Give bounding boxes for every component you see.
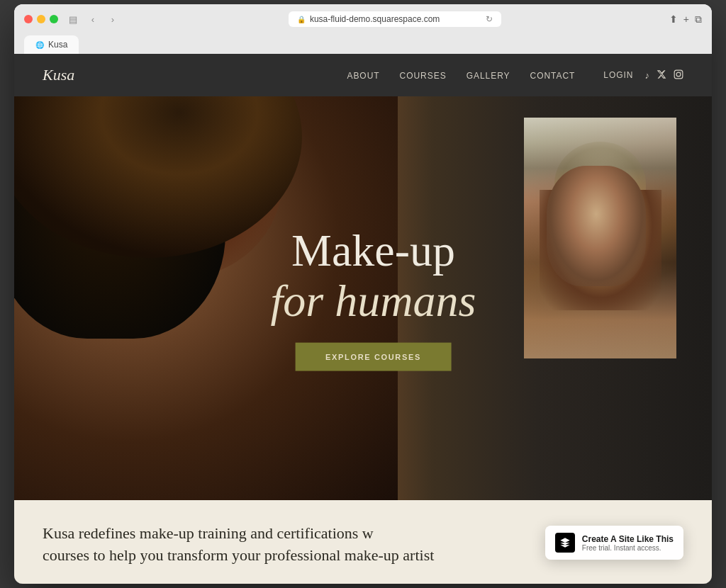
browser-right-actions: ⬆ + ⧉ [669,13,702,26]
site-nav: Kusa ABOUT COURSES GALLERY CONTACT LOGIN… [14,54,712,96]
tiktok-icon[interactable]: ♪ [645,70,650,81]
login-button[interactable]: LOGIN [603,70,633,80]
website-content: Kusa ABOUT COURSES GALLERY CONTACT LOGIN… [14,54,712,584]
nav-right: LOGIN ♪ [603,69,683,81]
hero-title-line1: Make-up [271,226,476,276]
hero-title-line2: for humans [271,276,476,325]
nav-item-courses[interactable]: COURSES [400,69,447,81]
minimize-button[interactable] [37,15,45,23]
squarespace-logo [555,533,575,553]
active-tab[interactable]: 🌐 Kusa [24,35,79,54]
explore-courses-button[interactable]: EXPLORE COURSES [295,343,451,371]
traffic-lights [24,15,58,23]
nav-link-contact[interactable]: CONTACT [530,71,576,81]
tab-favicon: 🌐 [35,41,44,49]
squarespace-cta-title: Create A Site Like This [582,534,674,544]
maximize-button[interactable] [50,15,58,23]
browser-tabs: 🌐 Kusa [24,35,702,54]
browser-top-bar: ▤ ‹ › 🔒 kusa-fluid-demo.squarespace.com … [24,11,702,27]
svg-point-2 [681,72,681,72]
squarespace-text: Create A Site Like This Free trial. Inst… [582,534,674,552]
address-bar-container: 🔒 kusa-fluid-demo.squarespace.com ↻ [128,11,662,27]
nav-item-contact[interactable]: CONTACT [530,69,576,81]
nav-link-about[interactable]: ABOUT [347,71,379,81]
url-text: kusa-fluid-demo.squarespace.com [310,14,440,24]
twitter-icon[interactable] [657,69,666,81]
bottom-text-line2: courses to help you transform your profe… [43,546,434,564]
instagram-icon[interactable] [674,69,683,81]
social-icons: ♪ [645,69,684,81]
reload-icon[interactable]: ↻ [486,14,493,24]
lock-icon: 🔒 [297,16,306,23]
nav-item-gallery[interactable]: GALLERY [467,69,510,81]
nav-links: ABOUT COURSES GALLERY CONTACT [347,69,575,81]
tab-label: Kusa [48,40,67,50]
squarespace-cta-subtitle: Free trial. Instant access. [582,544,674,552]
svg-point-1 [676,72,681,77]
share-icon[interactable]: ⬆ [669,13,678,25]
svg-rect-0 [674,70,683,79]
bottom-text-line1: Kusa redefines make-up training and cert… [43,524,374,542]
back-button[interactable]: ‹ [85,11,101,27]
forward-button[interactable]: › [105,11,121,27]
nav-item-about[interactable]: ABOUT [347,69,379,81]
nav-link-gallery[interactable]: GALLERY [467,71,510,81]
sidebar-toggle[interactable]: ▤ [65,11,81,27]
squarespace-banner[interactable]: Create A Site Like This Free trial. Inst… [545,526,683,560]
address-bar[interactable]: 🔒 kusa-fluid-demo.squarespace.com ↻ [289,11,501,27]
browser-nav: ▤ ‹ › [65,11,121,27]
hero-content: Make-up for humans EXPLORE COURSES [271,226,476,371]
nav-link-courses[interactable]: COURSES [400,71,447,81]
hero-section: Make-up for humans EXPLORE COURSES [14,96,712,500]
close-button[interactable] [24,15,33,23]
site-logo[interactable]: Kusa [43,66,74,84]
windows-icon[interactable]: ⧉ [695,13,702,26]
new-tab-icon[interactable]: + [683,13,689,25]
browser-chrome: ▤ ‹ › 🔒 kusa-fluid-demo.squarespace.com … [14,4,712,54]
hero-hair-detail [14,96,225,339]
hero-secondary-image [524,118,676,358]
browser-window: ▤ ‹ › 🔒 kusa-fluid-demo.squarespace.com … [14,4,712,584]
